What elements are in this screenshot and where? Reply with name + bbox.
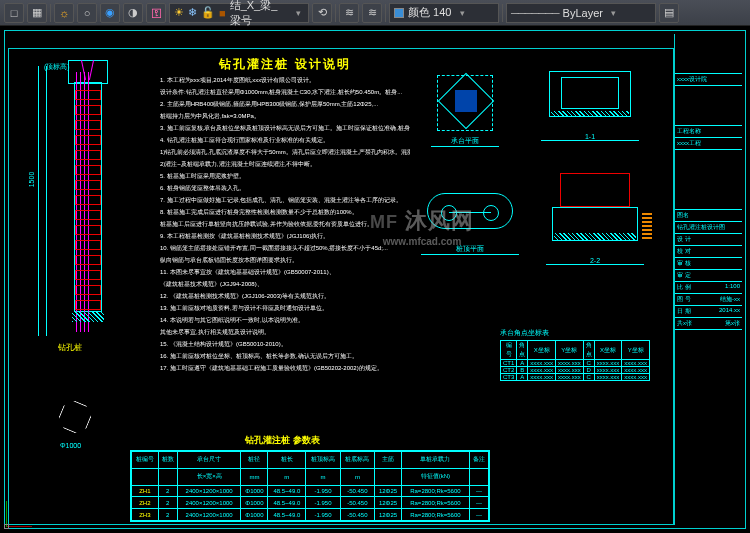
- note-line: 桩基施工后应进行单桩竖向抗压静载试验,并作为验收依据,委托有资质单位进行。: [160, 218, 410, 230]
- top-toolbar: □ ▦ ☼ ○ ◉ ◑ ⚿ ☀ ❄ 🔓 ■ 结_X_梁_梁号 ▾ ⟲ ≋ ≋ 颜…: [0, 0, 750, 26]
- chevron-down-icon: ▾: [455, 8, 469, 18]
- linetype-preview: ───────: [511, 7, 559, 19]
- detail-pile-top-plan: 桩顶平面: [420, 176, 520, 246]
- param-table-title: 钻孔灌注桩 参数表: [245, 434, 320, 447]
- note-line: 1)钻孔前必须清孔,孔底沉渣厚度不得大于50mm。清孔后应立即灌注混凝土,严禁孔…: [160, 146, 410, 158]
- note-line: 5. 桩基施工时应采用泥浆护壁。: [160, 170, 410, 182]
- pile-cross-section: Φ1000: [60, 402, 100, 442]
- hatch-btn-1[interactable]: ≋: [339, 3, 359, 23]
- design-notes: 钻孔灌注桩 设计说明 1. 本工程为xxx项目,2014年度图纸,xxx设计有限…: [160, 58, 410, 374]
- note-line: 15. 《混凝土结构设计规范》(GB50010-2010)。: [160, 338, 410, 350]
- note-line: 13. 施工前应核对地质资料,若与设计不符应及时通知设计单位。: [160, 302, 410, 314]
- ucs-icon: [6, 499, 34, 527]
- note-line: 4. 钻孔灌注桩施工应符合现行国家标准及行业标准的有关规定。: [160, 134, 410, 146]
- note-line: 桩端持力层为中风化岩,fak=3.0MPa。: [160, 110, 410, 122]
- title-block: xxxx设计院 工程名称 xxxx工程 图名 钻孔灌注桩设计图 设 计校 对审 …: [674, 34, 742, 525]
- titleblock-row: 设 计: [675, 234, 742, 246]
- chevron-down-icon: ▾: [607, 8, 621, 18]
- freeze-icon: ❄: [188, 6, 197, 19]
- layer-selector[interactable]: ☀ ❄ 🔓 ■ 结_X_梁_梁号 ▾: [169, 3, 309, 23]
- param-table: 桩编号桩数承台尺寸桩径桩长桩顶标高桩底标高主筋单桩承载力备注长×宽×高mmmmm…: [130, 450, 490, 522]
- hatch-btn-2[interactable]: ≋: [362, 3, 382, 23]
- titleblock-row: 图 号结施-xx: [675, 294, 742, 306]
- titleblock-row: 共x张第x张: [675, 318, 742, 330]
- note-line: 1. 本工程为xxx项目,2014年度图纸,xxx设计有限公司设计。: [160, 74, 410, 86]
- tool-btn-1[interactable]: □: [4, 3, 24, 23]
- tool-btn-end[interactable]: ▤: [659, 3, 679, 23]
- color-label: 颜色 140: [408, 5, 451, 20]
- dim-line: [46, 66, 47, 336]
- chevron-down-icon: ▾: [292, 8, 304, 18]
- note-line: 8. 桩基施工完成后应进行桩身完整性检测,检测数量不少于总桩数的100%。: [160, 206, 410, 218]
- note-line: 9. 本工程桩基检测按《建筑基桩检测技术规范》(JGJ106)执行。: [160, 230, 410, 242]
- tool-btn-2[interactable]: ▦: [27, 3, 47, 23]
- tool-btn-5[interactable]: ◉: [100, 3, 120, 23]
- note-line: 16. 施工前应核对桩位坐标、桩顶标高、桩长等参数,确认无误后方可施工。: [160, 350, 410, 362]
- tool-sun-icon[interactable]: ☼: [54, 3, 74, 23]
- tool-btn-4[interactable]: ○: [77, 3, 97, 23]
- note-line: 设计条件:钻孔灌注桩直径采用Φ1000mm,桩身混凝土C30,水下灌注,桩长约5…: [160, 86, 410, 98]
- titleblock-row: 校 对: [675, 246, 742, 258]
- dim-line: [38, 66, 39, 336]
- detail-cap-plan: 承台平面: [430, 68, 500, 138]
- note-line: 《建筑桩基技术规范》(JGJ94-2008)、: [160, 278, 410, 290]
- detail-section-2: 2-2: [545, 166, 645, 256]
- note-line: 2)灌注~及桩端承载力,灌注混凝土时应连续灌注,不得中断。: [160, 158, 410, 170]
- titleblock-row: 审 核: [675, 258, 742, 270]
- note-line: 3. 施工前应复核,承台及桩位坐标及桩顶设计标高无误后方可施工。施工时应保证桩位…: [160, 122, 410, 134]
- tool-btn-9[interactable]: ⟲: [312, 3, 332, 23]
- titleblock-row: 审 定: [675, 270, 742, 282]
- color-swatch-icon: [394, 8, 404, 18]
- drawing-area[interactable]: 1500 (顶标高) 钻孔桩 钻孔灌注桩 设计说明 1. 本工程为xxx项目,2…: [0, 26, 750, 533]
- note-line: 纵向钢筋与承台底板锚固长度按本图详图要求执行。: [160, 254, 410, 266]
- detail-section-1: 1-1: [540, 62, 640, 132]
- pile-title: 钻孔桩: [58, 342, 82, 353]
- note-line: 10. 钢筋笼主筋搭接处应错开布置,同一截面搭接接头不超过50%,搭接长度不小于…: [160, 242, 410, 254]
- note-line: 17. 施工时应遵守《建筑地基基础工程施工质量验收规范》(GB50202-200…: [160, 362, 410, 374]
- notes-title: 钻孔灌注桩 设计说明: [160, 58, 410, 70]
- note-line: 14. 本说明若与其它图纸说明不一致时,以本说明为准。: [160, 314, 410, 326]
- sun-icon: ☀: [174, 6, 184, 19]
- coordinate-table: 承台角点坐标表 编号角点X坐标Y坐标角点X坐标Y坐标CT1Axxxx.xxxxx…: [500, 328, 630, 381]
- dim-text: (顶标高): [44, 62, 70, 72]
- titleblock-row: 比 例1:100: [675, 282, 742, 294]
- linetype-label: ByLayer: [563, 7, 603, 19]
- tool-lock-icon[interactable]: ⚿: [146, 3, 166, 23]
- layer-name: 结_X_梁_梁号: [230, 0, 289, 28]
- layer-color-swatch: ■: [219, 7, 226, 19]
- note-line: 11. 本图未尽事宜按《建筑地基基础设计规范》(GB50007-2011)、: [160, 266, 410, 278]
- pile-elevation: [58, 60, 118, 340]
- note-line: 6. 桩身钢筋笼应整体吊装入孔。: [160, 182, 410, 194]
- tool-btn-6[interactable]: ◑: [123, 3, 143, 23]
- note-line: 12. 《建筑基桩检测技术规范》(JGJ106-2003)等有关规范执行。: [160, 290, 410, 302]
- note-line: 2. 主筋采用HRB400级钢筋,箍筋采用HPB300级钢筋,保护层厚50mm,…: [160, 98, 410, 110]
- note-line: 其他未尽事宜,执行相关规范及设计说明。: [160, 326, 410, 338]
- dim-text: 1500: [28, 172, 35, 188]
- titleblock-row: 日 期2014.xx: [675, 306, 742, 318]
- lock-icon: 🔓: [201, 6, 215, 19]
- note-line: 7. 施工过程中应做好施工记录,包括成孔、清孔、钢筋笼安装、混凝土灌注等各工序的…: [160, 194, 410, 206]
- linetype-selector[interactable]: ─────── ByLayer ▾: [506, 3, 656, 23]
- color-selector[interactable]: 颜色 140 ▾: [389, 3, 499, 23]
